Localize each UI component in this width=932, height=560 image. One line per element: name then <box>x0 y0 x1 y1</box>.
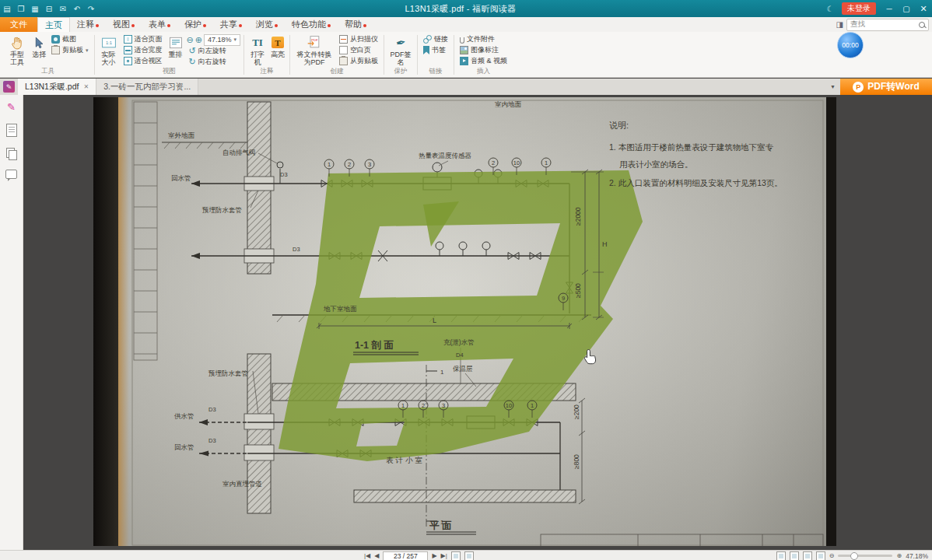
app-logo-icon: ▤ <box>0 5 14 13</box>
menu-tab-主页[interactable]: 主页 <box>37 17 70 32</box>
menu-tabs: 主页注释视图表单保护共享浏览特色功能帮助 <box>37 17 373 32</box>
menu-tab-帮助[interactable]: 帮助 <box>338 17 373 32</box>
from-scanner-button[interactable]: 从扫描仪 <box>337 34 380 44</box>
chevron-down-icon: ▾ <box>86 47 89 54</box>
blank-page-button[interactable]: 空白页 <box>337 45 380 55</box>
svg-text:2: 2 <box>348 161 351 168</box>
actual-size-button[interactable]: 1:1 实际大小 <box>98 33 120 68</box>
panel-toggle-icon[interactable]: ◨ <box>836 20 843 29</box>
search-input[interactable]: 查找 <box>846 19 929 31</box>
document-tab-title: L13N1采暖.pdf <box>25 82 79 93</box>
actual-size-label: 实际大小 <box>100 51 118 67</box>
night-mode-icon[interactable]: ☾ <box>823 5 837 13</box>
undo-icon[interactable]: ↶ <box>70 5 84 13</box>
menu-tab-浏览[interactable]: 浏览 <box>249 17 285 32</box>
fit-width-button[interactable]: 适合宽度 <box>121 45 165 55</box>
zoom-slider[interactable] <box>838 555 892 557</box>
print-icon[interactable]: ⊟ <box>42 5 56 13</box>
heating-entry-drawing: 说明:1. 本图适用于楼前热量表设于建筑物地下室专用表计小室的场合。2. 此入口… <box>93 97 836 546</box>
highlight-label: 高亮 <box>271 51 285 58</box>
page-number-input[interactable] <box>383 551 428 560</box>
menu-tab-注释[interactable]: 注释 <box>70 17 106 32</box>
close-tab-icon[interactable]: ✕ <box>83 83 89 90</box>
open-file-icon[interactable]: ❐ <box>14 5 28 13</box>
convert-to-pdf-button[interactable]: PDF 将文件转换为PDF <box>293 33 335 68</box>
continuous-view-button[interactable] <box>790 551 799 560</box>
image-annotation-button[interactable]: 图像标注 <box>457 45 510 55</box>
svg-text:1: 1 <box>401 402 405 409</box>
hand-tool-button[interactable]: 手型工具 <box>5 33 29 68</box>
bookmark-button[interactable]: 书签 <box>421 45 450 55</box>
diagram-label: D3 <box>280 171 288 178</box>
typewriter-button[interactable]: TI 打字机 <box>247 33 268 68</box>
file-attachment-button[interactable]: 文件附件 <box>457 34 510 44</box>
next-view-button[interactable] <box>464 551 474 560</box>
from-clipboard-button[interactable]: 从剪贴板 <box>337 56 380 66</box>
svg-text:10: 10 <box>506 402 512 409</box>
link-button[interactable]: 链接 <box>421 34 450 44</box>
select-button[interactable]: 选择 <box>30 33 47 59</box>
ribbon-group-link: 链接 书签 链接 <box>419 33 453 77</box>
comments-panel-icon[interactable] <box>5 170 17 179</box>
zoom-in-icon[interactable]: ⊕ <box>195 35 202 45</box>
screen-recorder-timer[interactable]: 00:00 <box>837 32 864 58</box>
previous-view-button[interactable] <box>451 551 461 560</box>
document-area: ✎ <box>0 95 932 550</box>
zoom-slider-thumb[interactable] <box>850 552 858 560</box>
zoom-percentage[interactable]: 47.18% <box>906 552 928 560</box>
chevron-down-icon: ▾ <box>233 37 237 43</box>
close-button[interactable]: ✕ <box>915 4 932 14</box>
minimize-button[interactable]: ─ <box>881 5 898 13</box>
fit-page-button[interactable]: 适合页面 <box>121 34 165 44</box>
first-page-button[interactable]: |◀ <box>364 552 370 559</box>
page-thumbnails-icon[interactable] <box>6 148 16 159</box>
rotate-right-button[interactable]: ↻ 向右旋转 <box>187 57 240 67</box>
zoom-level-dropdown[interactable]: 47.18% ▾ <box>204 34 240 46</box>
pdf-page-photo[interactable]: 说明:1. 本图适用于楼前热量表设于建筑物地下室专用表计小室的场合。2. 此入口… <box>93 97 836 546</box>
menu-tab-共享[interactable]: 共享 <box>213 17 249 32</box>
document-tab-active[interactable]: L13N1采暖.pdf ✕ <box>18 79 96 95</box>
last-page-button[interactable]: ▶| <box>441 552 447 559</box>
login-button[interactable]: 未登录 <box>842 2 876 15</box>
email-icon[interactable]: ✉ <box>56 5 70 13</box>
zoom-out-icon[interactable]: ⊖ <box>829 552 835 559</box>
annotation-pen-icon[interactable]: ✎ <box>7 101 16 113</box>
actual-size-icon: 1:1 <box>101 34 117 51</box>
menu-tab-特色功能[interactable]: 特色功能 <box>285 17 338 32</box>
maximize-button[interactable]: ▢ <box>898 5 915 13</box>
menu-tab-视图[interactable]: 视图 <box>106 17 142 32</box>
fullscreen-button[interactable] <box>816 551 825 560</box>
audio-video-button[interactable]: 音频 & 视频 <box>457 56 510 66</box>
navigation-sidebar: ✎ <box>0 95 23 550</box>
file-menu-button[interactable]: 文件 <box>0 17 37 32</box>
pdf-sign-button[interactable]: ✒ PDF签名 <box>387 33 414 68</box>
document-tab-inactive[interactable]: 3.一砖一瓦内部学习资... <box>96 79 198 95</box>
snapshot-button[interactable]: 截图 <box>49 34 91 44</box>
convert-to-pdf-label: 将文件转换为PDF <box>295 51 334 67</box>
redo-icon[interactable]: ↷ <box>84 5 98 13</box>
rotate-left-button[interactable]: ↺ 向左旋转 <box>187 46 240 56</box>
pdf-to-word-button[interactable]: P PDF转Word <box>840 79 932 95</box>
tab-list-icon[interactable]: ▼ <box>830 84 836 89</box>
start-page-icon[interactable]: ✎ <box>3 81 15 93</box>
facing-view-button[interactable] <box>803 551 812 560</box>
zoom-in-icon[interactable]: ⊕ <box>896 552 902 559</box>
next-page-button[interactable]: ▶ <box>432 552 436 559</box>
bookmarks-panel-icon[interactable] <box>6 124 17 137</box>
diagram-label: 热量表温度传感器 <box>419 152 472 159</box>
menu-tab-保护[interactable]: 保护 <box>177 17 213 32</box>
fit-visible-button[interactable]: 适合视区 <box>121 56 165 66</box>
save-icon[interactable]: ▦ <box>28 5 42 13</box>
previous-page-button[interactable]: ◀ <box>374 552 379 559</box>
search-icon[interactable] <box>919 22 925 28</box>
diagram-label: 室外地面 <box>168 131 195 139</box>
zoom-out-icon[interactable]: ⊖ <box>187 35 194 45</box>
clipboard-button[interactable]: 剪贴板 ▾ <box>49 45 91 55</box>
svg-text:3: 3 <box>442 402 445 409</box>
highlight-button[interactable]: T 高亮 <box>269 33 286 59</box>
single-page-view-button[interactable] <box>776 551 786 560</box>
menu-tab-表单[interactable]: 表单 <box>142 17 177 32</box>
pdf-sign-label: PDF签名 <box>389 51 412 67</box>
reflow-button[interactable]: 重排 <box>166 33 185 59</box>
svg-text:10: 10 <box>513 159 520 166</box>
